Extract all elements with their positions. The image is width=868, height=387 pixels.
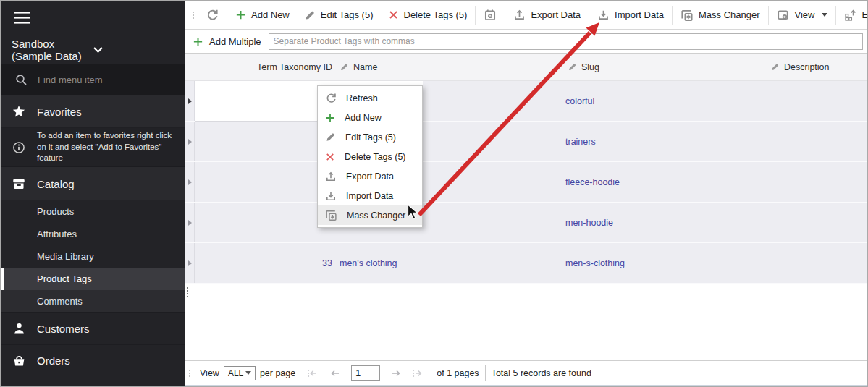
cell-name[interactable]: men's clothing: [340, 243, 397, 283]
context-menu-item-edit-tags[interactable]: Edit Tags (5): [318, 127, 422, 147]
context-menu-item-delete-tags[interactable]: Delete Tags (5): [318, 147, 422, 166]
table-row[interactable]: 33 men's clothing men-s-clothing: [185, 243, 868, 284]
pencil-icon: [304, 9, 316, 21]
caret-down-icon: [822, 13, 827, 17]
search-input[interactable]: [38, 75, 161, 85]
plus-icon: [193, 36, 203, 47]
column-header-term-taxonomy-id[interactable]: Term Taxonomy ID: [229, 54, 332, 80]
menu-search[interactable]: [1, 64, 185, 95]
context-menu-item-refresh[interactable]: Refresh: [318, 88, 422, 108]
add-multiple-input[interactable]: [269, 33, 863, 50]
add-new-button[interactable]: Add New: [228, 5, 297, 25]
info-icon: [1, 141, 37, 154]
first-page-button[interactable]: [307, 368, 319, 378]
sidebar-item-label: Attributes: [37, 229, 77, 239]
toolbar-drag-handle[interactable]: [193, 12, 194, 19]
context-menu: Refresh Add New Edit Tags (5) Delete Tag…: [317, 85, 423, 228]
table-row[interactable]: fleece-hoodie: [185, 162, 868, 203]
export-grid-dropdown-button[interactable]: Export Grid: [837, 5, 868, 25]
previous-page-button[interactable]: [329, 368, 340, 378]
sidebar-item-label: Media Library: [37, 251, 94, 262]
row-expander-icon[interactable]: [188, 139, 192, 145]
cell-term-taxonomy-id[interactable]: 33: [229, 243, 332, 283]
row-gutter: [185, 122, 195, 161]
toolbar: Add New Edit Tags (5) Delete Tags (5) Ex…: [185, 1, 868, 30]
splitter-handle[interactable]: [185, 287, 189, 297]
row-gutter: [185, 162, 195, 202]
next-page-button[interactable]: [391, 368, 402, 378]
sidebar-item-media-library[interactable]: Media Library: [1, 245, 185, 268]
sidebar: Sandbox (Sample Data) Favorites To add a…: [1, 1, 185, 387]
export-data-button[interactable]: Export Data: [506, 5, 588, 25]
favorites-hint-text: To add an item to favorites right click …: [37, 130, 179, 164]
row-expander-icon[interactable]: [188, 98, 192, 104]
column-header-slug[interactable]: Slug: [568, 54, 599, 80]
preview-button[interactable]: [476, 5, 504, 25]
mass-changer-icon: [325, 209, 337, 221]
sidebar-item-orders[interactable]: Orders: [1, 344, 185, 376]
cell-slug[interactable]: trainers: [565, 122, 596, 161]
pencil-icon: [770, 62, 780, 72]
refresh-button[interactable]: [198, 5, 226, 25]
pencil-icon: [325, 132, 336, 143]
sidebar-item-favorites[interactable]: Favorites: [1, 95, 185, 128]
row-expander-icon[interactable]: [188, 220, 192, 226]
app-window: Sandbox (Sample Data) Favorites To add a…: [0, 0, 868, 387]
row-gutter: [185, 203, 195, 242]
x-icon: [388, 9, 399, 20]
refresh-icon: [325, 93, 337, 104]
view-dropdown-button[interactable]: View: [770, 5, 835, 25]
cell-slug[interactable]: men-hoodie: [565, 203, 613, 242]
export-icon: [325, 171, 337, 182]
sidebar-item-products[interactable]: Products: [1, 200, 185, 223]
context-menu-item-import-data[interactable]: Import Data: [318, 186, 422, 205]
customers-label: Customers: [37, 323, 90, 335]
orders-label: Orders: [37, 354, 70, 367]
add-multiple-button[interactable]: Add Multiple: [209, 36, 261, 47]
preview-icon: [484, 9, 497, 22]
search-icon: [15, 74, 28, 86]
cell-slug[interactable]: colorful: [565, 81, 594, 121]
chevron-down-icon: [93, 47, 175, 53]
sidebar-item-product-tags[interactable]: Product Tags: [1, 268, 185, 290]
edit-tags-button[interactable]: Edit Tags (5): [297, 5, 381, 25]
status-bar: View ALL per page of 1 pages Total 5 rec…: [185, 360, 868, 387]
column-header-description[interactable]: Description: [770, 54, 830, 80]
row-expander-icon[interactable]: [188, 179, 192, 185]
person-icon: [1, 322, 37, 336]
delete-tags-button[interactable]: Delete Tags (5): [381, 5, 475, 25]
sidebar-item-comments[interactable]: Comments: [1, 290, 185, 312]
context-menu-item-mass-changer[interactable]: Mass Changer: [318, 205, 422, 225]
row-expander-icon[interactable]: [188, 260, 192, 266]
per-page-select[interactable]: ALL: [224, 366, 256, 380]
store-selector[interactable]: Sandbox (Sample Data): [1, 35, 185, 64]
statusbar-drag-handle[interactable]: [188, 370, 191, 377]
sidebar-item-attributes[interactable]: Attributes: [1, 223, 185, 245]
sidebar-item-label: Product Tags: [37, 273, 92, 284]
cell-slug[interactable]: fleece-hoodie: [565, 162, 620, 202]
caret-down-icon: [245, 371, 251, 375]
cell-slug[interactable]: men-s-clothing: [565, 243, 625, 283]
sidebar-item-catalog[interactable]: Catalog: [1, 167, 185, 200]
mass-changer-button[interactable]: Mass Changer: [673, 5, 767, 25]
context-menu-item-add-new[interactable]: Add New: [318, 108, 422, 127]
star-icon: [1, 105, 37, 118]
hamburger-menu-icon[interactable]: [14, 11, 30, 25]
context-menu-item-export-data[interactable]: Export Data: [318, 166, 422, 186]
last-page-button[interactable]: [412, 368, 424, 378]
catalog-box-icon: [1, 177, 37, 191]
export-grid-icon: [844, 9, 857, 22]
page-number-input[interactable]: [351, 365, 380, 381]
basket-icon: [1, 354, 37, 367]
favorites-hint: To add an item to favorites right click …: [1, 128, 185, 167]
sidebar-item-label: Comments: [37, 296, 83, 307]
sidebar-item-customers[interactable]: Customers: [1, 312, 185, 344]
column-header-name[interactable]: Name: [340, 54, 377, 80]
import-icon: [325, 190, 337, 202]
table-row[interactable]: colorful: [185, 81, 868, 122]
table-row[interactable]: trainers: [185, 122, 868, 162]
import-data-button[interactable]: Import Data: [590, 5, 671, 25]
total-records-label: Total 5 records are found: [492, 368, 591, 378]
grid-body: colorful trainers fleece-hoodie 32 men h…: [185, 81, 868, 360]
table-row[interactable]: 32 men hoodie men-hoodie: [185, 203, 868, 243]
